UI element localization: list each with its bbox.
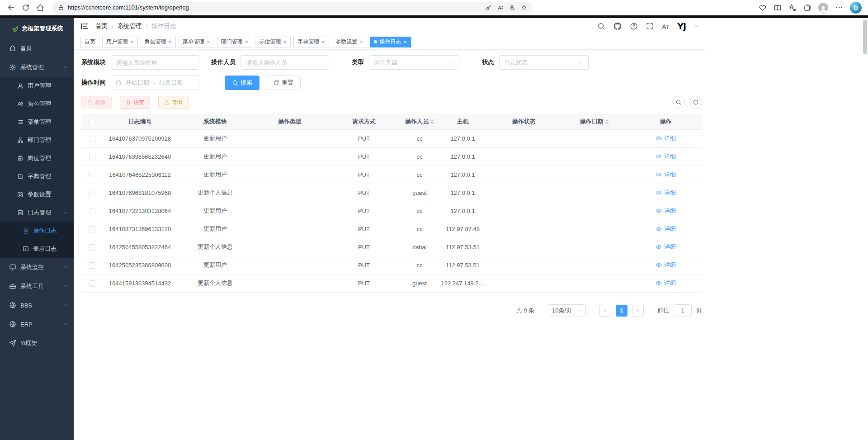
- help-icon[interactable]: [630, 22, 638, 30]
- refresh-table-button[interactable]: [689, 96, 702, 109]
- favorites-bar-icon[interactable]: [788, 4, 797, 12]
- sidebar-item-login-log[interactable]: 登录日志: [0, 240, 74, 258]
- sidebar-item-yi-framework[interactable]: Yi框架: [0, 334, 74, 353]
- browser-essentials-icon[interactable]: [759, 4, 767, 12]
- tab-menu-management[interactable]: 菜单管理×: [179, 37, 214, 47]
- next-page-button[interactable]: [632, 305, 644, 317]
- header-search-icon[interactable]: [597, 22, 605, 30]
- tab-user-management[interactable]: 用户管理×: [102, 37, 138, 47]
- sidebar-item-home[interactable]: 首页: [0, 39, 74, 58]
- tab-close-icon[interactable]: ×: [245, 39, 249, 45]
- collections-icon[interactable]: [803, 4, 811, 12]
- detail-link[interactable]: 详细: [656, 152, 676, 161]
- row-checkbox[interactable]: [89, 190, 95, 196]
- zoom-out-icon[interactable]: [509, 5, 515, 11]
- tab-close-icon[interactable]: ×: [283, 39, 287, 45]
- header-operator[interactable]: 操作人员: [402, 114, 437, 129]
- row-checkbox[interactable]: [89, 280, 95, 287]
- sidebar-item-user-management[interactable]: 用户管理: [0, 77, 74, 95]
- row-checkbox[interactable]: [89, 154, 95, 160]
- export-button[interactable]: 导出: [158, 96, 189, 109]
- page-size-select[interactable]: 10条/页: [548, 304, 586, 317]
- browser-home-button[interactable]: [33, 1, 47, 14]
- browser-back-button[interactable]: [5, 1, 18, 14]
- detail-link[interactable]: 详细: [656, 225, 676, 233]
- module-input[interactable]: [111, 55, 199, 70]
- tab-close-icon[interactable]: ×: [321, 39, 325, 45]
- sidebar-item-bbs[interactable]: BBS: [0, 296, 74, 315]
- tab-post-management[interactable]: 岗位管理×: [255, 37, 291, 47]
- tab-dictionary-management[interactable]: 字典管理×: [293, 37, 329, 47]
- browser-refresh-button[interactable]: [19, 1, 33, 14]
- type-select[interactable]: 操作类型: [369, 55, 458, 70]
- font-size-icon[interactable]: [661, 22, 670, 30]
- sidebar-item-department-management[interactable]: 部门管理: [0, 131, 74, 149]
- sort-icon[interactable]: [605, 119, 609, 124]
- tab-close-icon[interactable]: ×: [207, 39, 210, 45]
- header-operation-date[interactable]: 操作日期: [559, 114, 629, 129]
- favorite-star-icon[interactable]: [521, 5, 527, 11]
- detail-link[interactable]: 详细: [656, 207, 676, 215]
- password-key-icon[interactable]: [486, 5, 492, 11]
- detail-link[interactable]: 详细: [656, 261, 676, 269]
- sidebar-item-role-management[interactable]: 角色管理: [0, 95, 74, 113]
- sidebar-item-system-management[interactable]: 系统管理: [0, 58, 74, 77]
- select-all-checkbox[interactable]: [89, 119, 95, 125]
- page-number-button[interactable]: 1: [616, 305, 627, 317]
- breadcrumb-system-management[interactable]: 系统管理: [118, 22, 142, 30]
- row-checkbox[interactable]: [89, 136, 95, 142]
- sidebar-item-post-management[interactable]: 岗位管理: [0, 149, 74, 167]
- sort-icon[interactable]: [430, 119, 434, 124]
- profile-avatar[interactable]: [818, 3, 828, 13]
- sidebar-item-system-monitor[interactable]: 系统监控: [0, 258, 74, 277]
- operator-input[interactable]: [241, 55, 329, 70]
- clear-button[interactable]: 清空: [120, 96, 150, 109]
- fullscreen-icon[interactable]: [646, 22, 654, 30]
- goto-page-input[interactable]: [674, 304, 692, 317]
- github-icon[interactable]: [613, 22, 622, 31]
- breadcrumb-home[interactable]: 首页: [95, 22, 108, 30]
- tab-home[interactable]: 首页: [80, 37, 99, 47]
- sidebar-item-parameter-settings[interactable]: 参数设置: [0, 185, 74, 203]
- sidebar-item-log-management[interactable]: 日志管理: [0, 203, 74, 222]
- reset-button[interactable]: 重置: [266, 76, 301, 90]
- sidebar-item-system-tools[interactable]: 系统工具: [0, 277, 74, 296]
- app-logo[interactable]: 意框架管理系统: [0, 18, 74, 39]
- prev-page-button[interactable]: [599, 305, 611, 317]
- delete-button[interactable]: 删除: [81, 96, 112, 109]
- row-checkbox[interactable]: [89, 244, 95, 251]
- tab-department-management[interactable]: 部门管理×: [217, 37, 253, 47]
- date-range-picker[interactable]: 开始日期 - 结束日期: [111, 76, 199, 90]
- sidebar-item-menu-management[interactable]: 菜单管理: [0, 113, 74, 131]
- sidebar-item-operation-log[interactable]: 操作日志: [0, 222, 74, 240]
- sidebar-collapse-button[interactable]: [80, 22, 89, 31]
- yi-logo[interactable]: YJ: [677, 21, 686, 31]
- read-aloud-icon[interactable]: [497, 5, 504, 11]
- tab-role-management[interactable]: 角色管理×: [141, 37, 176, 47]
- sidebar-item-dictionary-management[interactable]: 字典管理: [0, 167, 74, 185]
- detail-link[interactable]: 详细: [656, 170, 676, 179]
- detail-link[interactable]: 详细: [656, 243, 676, 251]
- bing-chat-icon[interactable]: b: [850, 2, 862, 14]
- row-checkbox[interactable]: [89, 226, 95, 232]
- tab-operation-log[interactable]: 操作日志×: [370, 37, 411, 47]
- status-select[interactable]: 日志状态: [499, 55, 589, 70]
- split-screen-icon[interactable]: [774, 4, 782, 12]
- tab-close-icon[interactable]: ×: [169, 39, 172, 45]
- more-menu-icon[interactable]: [835, 4, 843, 12]
- row-checkbox[interactable]: [89, 262, 95, 269]
- search-button[interactable]: 搜索: [225, 76, 259, 90]
- detail-link[interactable]: 详细: [656, 279, 676, 287]
- row-checkbox[interactable]: [89, 208, 95, 214]
- row-checkbox[interactable]: [89, 172, 95, 178]
- tab-parameter-settings[interactable]: 参数设置×: [332, 37, 368, 47]
- address-bar[interactable]: https://ccnetcore.com:1101/system/log/op…: [52, 2, 533, 14]
- tab-close-icon[interactable]: ×: [403, 39, 407, 45]
- user-menu-caret-icon[interactable]: [693, 24, 699, 29]
- tab-close-icon[interactable]: ×: [360, 39, 363, 45]
- sidebar-item-erp[interactable]: ERP: [0, 315, 74, 334]
- detail-link[interactable]: 详细: [656, 189, 676, 197]
- detail-link[interactable]: 详细: [656, 134, 676, 142]
- page-scrollbar[interactable]: [863, 20, 867, 54]
- tab-close-icon[interactable]: ×: [130, 39, 134, 45]
